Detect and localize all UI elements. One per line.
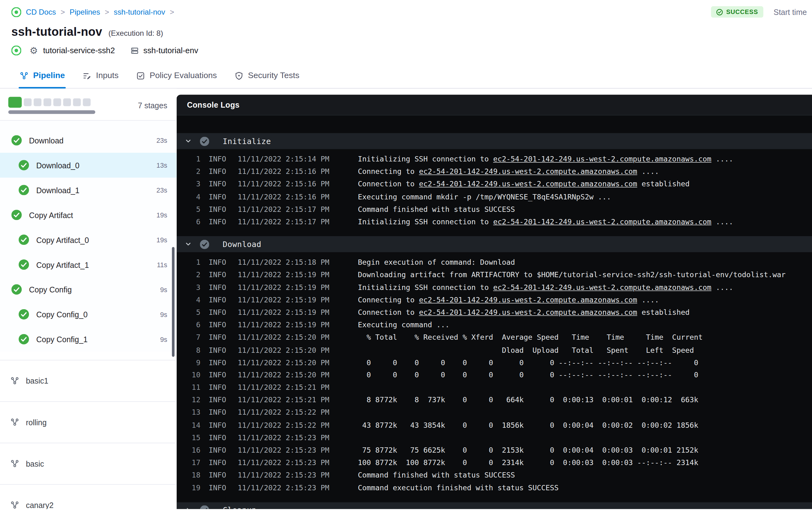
- tab-pipeline[interactable]: Pipeline: [20, 71, 65, 88]
- tab-security-tests[interactable]: Security Tests: [235, 71, 300, 88]
- stage-row-copy-config[interactable]: Copy Config9s: [0, 277, 177, 302]
- chevron-down-icon[interactable]: [185, 241, 191, 248]
- log-line: 2INFO11/11/2022 2:15:16 PMConnecting to …: [177, 165, 812, 178]
- log-line: 8INFO11/11/2022 2:15:20 PM Dload Upload …: [177, 343, 812, 356]
- section-name: Cleanup: [223, 505, 257, 509]
- stage-label: Download: [29, 136, 157, 145]
- log-level: INFO: [209, 383, 230, 392]
- line-number: 11: [177, 383, 201, 392]
- stage-row-copy-artifact_1[interactable]: Copy Artifact_111s: [0, 252, 177, 277]
- log-level: INFO: [209, 205, 230, 214]
- tab-inputs[interactable]: Inputs: [82, 71, 119, 88]
- stage-row-download[interactable]: Download23s: [0, 128, 177, 153]
- line-number: 15: [177, 433, 201, 442]
- pipeline-icon: [10, 376, 19, 385]
- sidebar-scrollbar[interactable]: [172, 247, 175, 357]
- log-timestamp: 11/11/2022 2:15:19 PM: [238, 308, 350, 316]
- log-message: 8 8772k 8 737k 0 0 664k 0 0:00:13 0:00:0…: [358, 396, 698, 404]
- breadcrumb-link[interactable]: ssh-tutorial-nov: [114, 8, 165, 16]
- log-timestamp: 11/11/2022 2:15:16 PM: [238, 180, 350, 188]
- log-message: % Total % Received % Xferd Average Speed…: [358, 333, 703, 342]
- stage-success-icon: [12, 284, 22, 295]
- log-line: 5INFO11/11/2022 2:15:19 PMConnection to …: [177, 306, 812, 319]
- stage-duration: 23s: [157, 186, 167, 194]
- pipeline-item-canary2[interactable]: canary2: [0, 485, 177, 509]
- log-timestamp: 11/11/2022 2:15:18 PM: [238, 258, 350, 266]
- log-link[interactable]: ec2-54-201-142-249.us-west-2.compute.ama…: [419, 308, 637, 316]
- stage-minimap-blocks: [8, 97, 96, 108]
- log-link[interactable]: ec2-54-201-142-249.us-west-2.compute.ama…: [419, 180, 637, 188]
- stage-minimap: [8, 97, 96, 114]
- service-name[interactable]: tutorial-service-ssh2: [43, 46, 115, 55]
- pipeline-list: basic1rollingbasiccanary2: [0, 360, 177, 509]
- line-number: 4: [177, 193, 201, 201]
- log-line: 16INFO11/11/2022 2:15:23 PM 75 8772k 75 …: [177, 444, 812, 456]
- log-message: 43 8772k 43 3854k 0 0 1856k 0 0:00:04 0:…: [358, 421, 698, 429]
- success-check-icon: [716, 8, 723, 15]
- line-number: 6: [177, 218, 201, 226]
- log-line: 14INFO11/11/2022 2:15:22 PM 43 8772k 43 …: [177, 419, 812, 431]
- log-message: Executing command ...: [358, 321, 450, 329]
- breadcrumb-link[interactable]: Pipelines: [70, 8, 100, 16]
- line-number: 5: [177, 205, 201, 214]
- log-link[interactable]: ec2-54-201-142-249.us-west-2.compute.ama…: [419, 296, 637, 304]
- breadcrumb-link[interactable]: CD Docs: [26, 8, 56, 16]
- log-level: INFO: [209, 471, 230, 479]
- log-timestamp: 11/11/2022 2:15:23 PM: [238, 446, 350, 454]
- chevron-right-icon[interactable]: [185, 507, 191, 509]
- console-body[interactable]: Initialize1INFO11/11/2022 2:15:14 PMInit…: [177, 115, 812, 509]
- environment-name[interactable]: ssh-tutorial-env: [143, 46, 198, 55]
- gear-icon[interactable]: ⚙: [29, 46, 38, 55]
- line-number: 2: [177, 270, 201, 279]
- stage-row-copy-config_1[interactable]: Copy Config_19s: [0, 327, 177, 352]
- stage-label: Copy Artifact_0: [36, 236, 157, 244]
- stage-row-download_1[interactable]: Download_123s: [0, 178, 177, 202]
- log-section-cleanup[interactable]: Cleanup: [177, 502, 812, 509]
- log-message: Command execution finished with status S…: [358, 483, 559, 492]
- pipeline-item-rolling[interactable]: rolling: [0, 402, 177, 443]
- log-link[interactable]: ec2-54-201-142-249.us-west-2.compute.ama…: [493, 218, 711, 226]
- minimap-block-pending: [73, 98, 81, 106]
- chevron-down-icon[interactable]: [185, 138, 191, 145]
- line-number: 5: [177, 308, 201, 316]
- log-link[interactable]: ec2-54-201-142-249.us-west-2.compute.ama…: [493, 155, 711, 163]
- stage-duration: 23s: [157, 137, 167, 144]
- section-name: Initialize: [223, 137, 271, 146]
- log-timestamp: 11/11/2022 2:15:21 PM: [238, 396, 350, 404]
- pipeline-name: basic: [26, 459, 44, 468]
- log-line: 18INFO11/11/2022 2:15:23 PMCommand finis…: [177, 469, 812, 481]
- log-link[interactable]: ec2-54-201-142-249.us-west-2.compute.ama…: [493, 283, 711, 292]
- tab-policy-evaluations[interactable]: Policy Evaluations: [136, 71, 217, 88]
- stage-label: Copy Config: [29, 285, 160, 294]
- log-level: INFO: [209, 258, 230, 266]
- stage-row-copy-artifact_0[interactable]: Copy Artifact_019s: [0, 227, 177, 252]
- log-section-download[interactable]: Download: [177, 236, 812, 252]
- line-number: 9: [177, 358, 201, 366]
- minimap-block-pending: [63, 98, 71, 106]
- log-level: INFO: [209, 421, 230, 429]
- content: 7 stages Download23sDownload_013sDownloa…: [0, 89, 812, 509]
- log-message: 75 8772k 75 6625k 0 0 2153k 0 0:00:04 0:…: [358, 446, 698, 454]
- log-level: INFO: [209, 446, 230, 454]
- log-link[interactable]: ec2-54-201-142-249.us-west-2.compute.ama…: [419, 167, 637, 176]
- pipeline-item-basic[interactable]: basic: [0, 443, 177, 485]
- stage-row-copy-artifact[interactable]: Copy Artifact19s: [0, 202, 177, 227]
- line-number: 4: [177, 296, 201, 304]
- log-level: INFO: [209, 180, 230, 188]
- pipeline-item-basic1[interactable]: basic1: [0, 361, 177, 402]
- log-message: Initializing SSH connection to ec2-54-20…: [358, 155, 733, 163]
- log-section-initialize[interactable]: Initialize: [177, 133, 812, 149]
- log-level: INFO: [209, 193, 230, 201]
- log-level: INFO: [209, 308, 230, 316]
- stage-row-copy-config_0[interactable]: Copy Config_09s: [0, 302, 177, 327]
- line-number: 10: [177, 371, 201, 379]
- log-line: 17INFO11/11/2022 2:15:23 PM100 8772k 100…: [177, 456, 812, 469]
- log-timestamp: 11/11/2022 2:15:19 PM: [238, 270, 350, 279]
- log-message: Dload Upload Total Spent Left Speed: [358, 346, 694, 354]
- line-number: 1: [177, 155, 201, 163]
- start-time-label: Start time: [774, 7, 807, 16]
- log-line: 6INFO11/11/2022 2:15:17 PMInitializing S…: [177, 215, 812, 228]
- log-timestamp: 11/11/2022 2:15:20 PM: [238, 358, 350, 366]
- page-header: ssh-tutorial-nov (Execution Id: 8) ⚙ tut…: [0, 24, 812, 56]
- stage-row-download_0[interactable]: Download_013s: [0, 153, 177, 178]
